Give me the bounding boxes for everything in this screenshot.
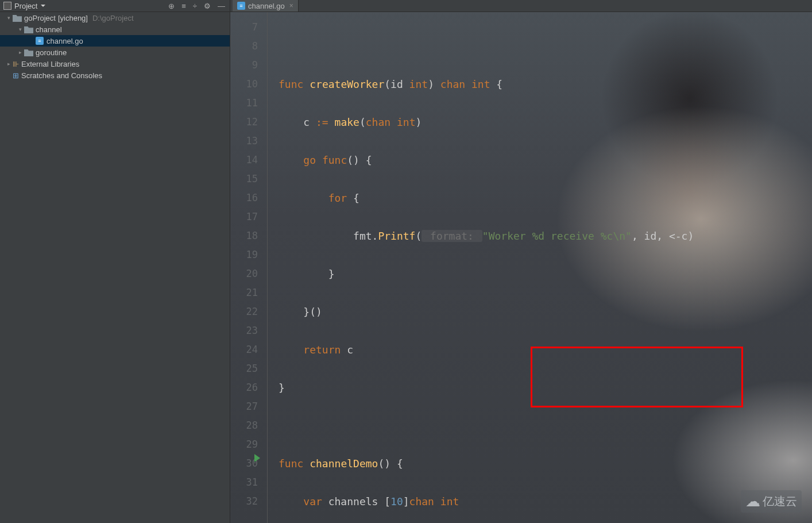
tab-channel-go[interactable]: ≡ channel.go × xyxy=(233,0,299,11)
code-content[interactable]: func createWorker(id int) chan int { c :… xyxy=(279,12,812,523)
code-line: fmt.Printf( format: "Worker %d receive %… xyxy=(279,226,812,245)
project-tree[interactable]: ▾ goProject [yicheng] D:\goProject ▾ cha… xyxy=(0,12,230,523)
code-line: func channelDemo() { xyxy=(279,454,812,473)
code-line xyxy=(279,37,812,56)
tree-channel-file[interactable]: ≡ channel.go xyxy=(0,35,230,47)
chevron-down-icon[interactable]: ▾ xyxy=(5,15,13,21)
tree-root[interactable]: ▾ goProject [yicheng] D:\goProject xyxy=(0,12,230,24)
target-icon[interactable]: ⊕ xyxy=(168,2,175,10)
code-line: func createWorker(id int) chan int { xyxy=(279,75,812,94)
go-file-icon: ≡ xyxy=(237,2,245,10)
minimize-icon[interactable]: — xyxy=(218,2,225,10)
run-gutter-icon[interactable] xyxy=(254,454,260,462)
line-number-gutter: 7891011121314151617181920212223 24252627… xyxy=(230,12,266,523)
code-line: for { xyxy=(279,189,812,207)
project-tool-header[interactable]: Project ⊕ ≡ ÷ ⚙ — xyxy=(0,0,230,11)
chevron-right-icon[interactable]: ▸ xyxy=(16,49,24,55)
top-tabbar: Project ⊕ ≡ ÷ ⚙ — ≡ channel.go × xyxy=(0,0,812,12)
project-label: Project xyxy=(14,2,37,10)
watermark: ☁ 亿速云 xyxy=(741,490,802,513)
expand-icon[interactable]: ÷ xyxy=(193,2,197,10)
cloud-icon: ☁ xyxy=(745,493,760,510)
code-line: go func() { xyxy=(279,151,812,170)
chevron-down-icon[interactable] xyxy=(41,5,45,7)
tree-channel-folder[interactable]: ▾ channel xyxy=(0,24,230,35)
scratches-icon xyxy=(13,71,19,80)
code-editor[interactable]: 7891011121314151617181920212223 24252627… xyxy=(230,12,812,523)
close-icon[interactable]: × xyxy=(289,2,293,10)
project-window-icon xyxy=(3,2,11,10)
tab-label: channel.go xyxy=(248,2,285,10)
gear-icon[interactable]: ⚙ xyxy=(204,2,211,10)
go-file-icon: ≡ xyxy=(36,37,44,45)
tree-goroutine-folder[interactable]: ▸ goroutine xyxy=(0,47,230,58)
folder-icon xyxy=(13,14,22,22)
chevron-right-icon[interactable]: ▸ xyxy=(5,61,13,67)
chevron-down-icon[interactable]: ▾ xyxy=(16,26,24,32)
code-line: return c xyxy=(279,340,812,359)
folder-icon xyxy=(24,48,33,56)
collapse-icon[interactable]: ≡ xyxy=(181,2,186,10)
code-line: var channels [10]chan int xyxy=(279,492,812,511)
code-line: } xyxy=(279,264,812,283)
code-line: } xyxy=(279,378,812,397)
tree-external-libs[interactable]: ▸ External Libraries xyxy=(0,58,230,70)
code-line xyxy=(279,416,812,435)
code-line: }() xyxy=(279,302,812,321)
tree-scratches[interactable]: Scratches and Consoles xyxy=(0,70,230,81)
editor-tabbar: ≡ channel.go × xyxy=(230,0,812,11)
fold-column[interactable] xyxy=(266,12,279,523)
library-icon xyxy=(13,60,19,68)
code-line: c := make(chan int) xyxy=(279,113,812,132)
folder-icon xyxy=(24,25,33,33)
